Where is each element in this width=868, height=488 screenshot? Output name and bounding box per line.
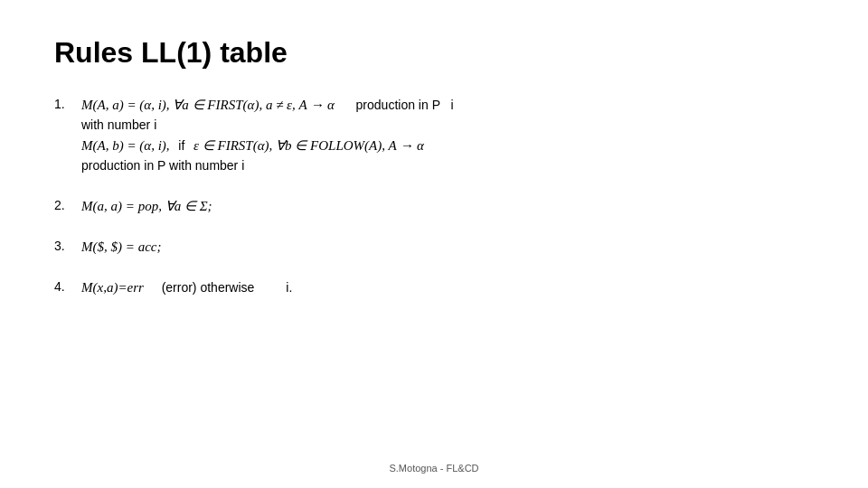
rule1-if: if — [178, 138, 184, 153]
rule1-math3b: ε ∈ FIRST(α), ∀b ∈ FOLLOW(A), A → α — [193, 138, 424, 153]
rule-item-4: 4. M(x,a)=err (error) otherwise i. — [54, 277, 814, 298]
rule1-math1: M(A, a) = (α, i), ∀a ∈ FIRST(α), a ≠ ε, … — [81, 98, 335, 112]
rule-item-1: 1. M(A, a) = (α, i), ∀a ∈ FIRST(α), a ≠ … — [54, 95, 814, 176]
rule1-prod-with-num: production in P with number i — [81, 156, 454, 176]
rule1-suffix1: production in P i — [356, 98, 454, 112]
slide: Rules LL(1) table 1. M(A, a) = (α, i), ∀… — [0, 0, 868, 488]
rule-number-4: 4. — [54, 279, 81, 294]
page-title: Rules LL(1) table — [54, 36, 814, 70]
rule-item-2: 2. M(a, a) = pop, ∀a ∈ Σ; — [54, 196, 814, 217]
rule-content-2: M(a, a) = pop, ∀a ∈ Σ; — [81, 196, 212, 217]
rule1-line3: M(A, b) = (α, i), if ε ∈ FIRST(α), ∀b ∈ … — [81, 136, 454, 156]
rule3-math: M($, $) = acc; — [81, 239, 161, 254]
rule1-with-number: with number i — [81, 116, 454, 136]
rule4-math: M(x,a)=err — [81, 280, 144, 295]
footer-text: S.Motogna - FL&CD — [389, 463, 478, 474]
rule-number-1: 1. — [54, 97, 81, 111]
rule-content-4: M(x,a)=err (error) otherwise i. — [81, 277, 292, 298]
rule1-math3a: M(A, b) = (α, i), — [81, 138, 170, 153]
rule-content-1: M(A, a) = (α, i), ∀a ∈ FIRST(α), a ≠ ε, … — [81, 95, 454, 176]
rule-number-2: 2. — [54, 198, 81, 212]
rule1-line1: M(A, a) = (α, i), ∀a ∈ FIRST(α), a ≠ ε, … — [81, 95, 454, 116]
rule4-error-text: (error) otherwise i. — [162, 280, 293, 295]
rule-item-3: 3. M($, $) = acc; — [54, 237, 814, 258]
rule-content-3: M($, $) = acc; — [81, 237, 161, 258]
rule2-math: M(a, a) = pop, ∀a ∈ Σ; — [81, 199, 212, 213]
rules-list: 1. M(A, a) = (α, i), ∀a ∈ FIRST(α), a ≠ … — [54, 95, 814, 299]
rule-number-3: 3. — [54, 239, 81, 253]
